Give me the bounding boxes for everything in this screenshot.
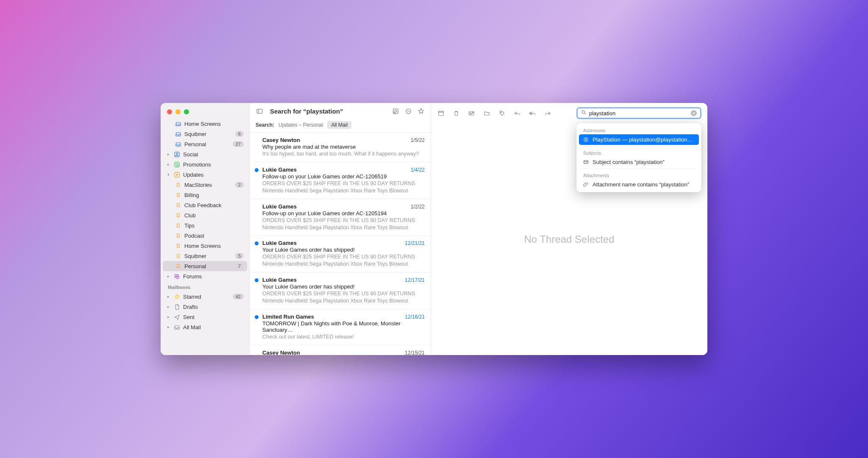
message-row[interactable]: Limited Run Games12/16/21TOMORROW | Dark… [250, 309, 431, 345]
sidebar-item-drafts[interactable]: ▸Drafts [163, 302, 247, 312]
sidebar-item-label: Starred [183, 294, 230, 300]
search-input[interactable] [589, 110, 688, 117]
sidebar-item-label: Home Screens [184, 121, 244, 127]
chevron-right-icon[interactable]: ▸ [166, 274, 170, 278]
paperclip-icon [583, 182, 589, 187]
sidebar-item-label: Tips [184, 222, 244, 229]
svg-line-13 [470, 111, 473, 115]
sidebar-item-all-mail[interactable]: ▸All Mail [163, 322, 247, 332]
chevron-right-icon[interactable]: ▸ [166, 305, 170, 309]
tag-icon[interactable] [498, 109, 506, 117]
minimize-window-button[interactable] [175, 109, 181, 114]
sidebar-item-home-screens[interactable]: Home Screens [163, 241, 247, 251]
message-preview: ORDERS OVER $25 SHIP FREE IN THE US 90 D… [262, 217, 425, 231]
zoom-window-button[interactable] [184, 109, 189, 114]
sidebar-item-squibner[interactable]: Squibner6 [163, 129, 247, 139]
sidebar-item-forums[interactable]: ▸Forums [163, 271, 247, 281]
message-row[interactable]: Casey Newton1/5/22Why people are mad at … [250, 133, 431, 162]
sidebar-section-mailboxes: Mailboxes [163, 281, 247, 291]
badge: 42 [233, 294, 244, 300]
chevron-right-icon[interactable]: ▸ [166, 315, 170, 319]
message-date: 1/2/22 [411, 204, 425, 210]
message-subject: Why people are mad at the metaverse [262, 144, 425, 150]
message-sender: Lukie Games [262, 167, 297, 173]
sidebar-list[interactable]: Home ScreensSquibner6Personal27▸Social▸P… [161, 119, 249, 355]
message-date: 12/17/21 [405, 277, 425, 283]
sidebar-item-club-feedback[interactable]: Club Feedback [163, 200, 247, 210]
message-subject: Your Lukie Games order has shipped! [262, 283, 425, 290]
message-list-pane: Search for “playstation” Search: Updates… [250, 103, 431, 355]
chevron-right-icon[interactable]: ▸ [166, 294, 170, 299]
archive-icon[interactable] [437, 109, 445, 117]
sidebar-item-macstories[interactable]: MacStories2 [163, 180, 247, 190]
mute-icon[interactable] [404, 107, 412, 115]
move-icon[interactable] [483, 109, 490, 117]
sidebar-item-home-screens[interactable]: Home Screens [163, 119, 247, 129]
sidebar-item-squibner[interactable]: Squibner5 [163, 251, 247, 261]
sidebar-item-updates[interactable]: ▾Updates [163, 169, 247, 180]
message-list[interactable]: Casey Newton1/5/22Why people are mad at … [250, 133, 431, 355]
chevron-right-icon[interactable]: ▸ [166, 152, 170, 156]
reply-all-icon[interactable] [529, 109, 536, 117]
message-subject: Your Lukie Games order has shipped! [262, 247, 425, 253]
forward-icon[interactable] [544, 109, 551, 117]
message-row[interactable]: Lukie Games1/2/22Follow-up on your Lukie… [250, 199, 431, 236]
star-icon[interactable] [417, 107, 425, 115]
popup-item-address[interactable]: PlayStation — playstation@playstationema… [579, 134, 699, 145]
message-row[interactable]: Casey Newton12/15/21The year in platform… [250, 345, 431, 355]
close-window-button[interactable] [167, 109, 172, 114]
search-scope-label: Search: [256, 122, 274, 128]
detail-toolbar-group-left [437, 109, 506, 117]
sidebar-item-tips[interactable]: Tips [163, 220, 247, 230]
sidebar-item-label: Forums [183, 273, 244, 280]
unread-dot-icon [255, 241, 259, 245]
message-row[interactable]: Lukie Games1/4/22Follow-up on your Lukie… [250, 162, 431, 199]
chevron-down-icon[interactable]: ▾ [166, 172, 170, 177]
message-preview: Check out our latest, LIMITED release! [262, 333, 425, 341]
popup-item-attachment[interactable]: Attachment name contains “playstation” [579, 179, 699, 190]
envelope-icon [583, 159, 589, 165]
popup-item-subject[interactable]: Subject contains “playstation” [579, 157, 699, 167]
sidebar-item-label: Sent [183, 314, 244, 320]
message-date: 12/16/21 [405, 314, 425, 320]
search-field[interactable]: ✕ [576, 107, 701, 119]
message-row[interactable]: Lukie Games12/21/21Your Lukie Games orde… [250, 236, 431, 272]
search-scope-option-all-mail[interactable]: All Mail [327, 121, 351, 129]
sidebar-item-label: Home Screens [184, 243, 244, 249]
message-row[interactable]: Lukie Games12/17/21Your Lukie Games orde… [250, 272, 431, 309]
compose-icon[interactable] [392, 107, 399, 115]
message-sender: Casey Newton [262, 350, 300, 355]
sidebar-item-label: Squibner [184, 253, 232, 259]
svg-rect-2 [174, 162, 179, 167]
message-preview: ORDERS OVER $25 SHIP FREE IN THE US 90 D… [262, 253, 425, 268]
sidebar-item-starred[interactable]: ▸Starred42 [163, 291, 247, 302]
sidebar-item-personal[interactable]: Personal27 [163, 139, 247, 149]
sidebar-item-label: Podcast [184, 233, 244, 239]
message-subject: TOMORROW | Dark Nights with Poe & Munroe… [262, 320, 425, 333]
page-title: Search for “playstation” [270, 108, 387, 115]
message-list-toolbar: Search for “playstation” [250, 103, 431, 119]
detail-toolbar: ✕ Addresses PlayStation — playstation@pl… [431, 103, 707, 123]
toggle-sidebar-icon[interactable] [256, 107, 263, 115]
search-scope-option-updates[interactable]: Updates – Personal [278, 122, 323, 128]
search-scope-bar: Search: Updates – Personal All Mail [250, 119, 431, 133]
reply-icon[interactable] [513, 109, 521, 117]
sidebar-item-label: All Mail [183, 324, 244, 330]
sidebar-item-promotions[interactable]: ▸Promotions [163, 159, 247, 169]
junk-icon[interactable] [467, 109, 475, 117]
sidebar-item-billing[interactable]: Billing [163, 190, 247, 200]
svg-rect-5 [257, 109, 262, 113]
sidebar-item-club[interactable]: Club [163, 210, 247, 220]
sidebar-item-podcast[interactable]: Podcast [163, 230, 247, 241]
message-sender: Lukie Games [262, 240, 297, 246]
sidebar-item-personal[interactable]: Personal7 [163, 261, 247, 271]
chevron-right-icon[interactable]: ▸ [166, 325, 170, 329]
trash-icon[interactable] [452, 109, 460, 117]
clear-search-icon[interactable]: ✕ [691, 110, 697, 116]
detail-toolbar-group-reply [513, 109, 551, 117]
sidebar-item-sent[interactable]: ▸Sent [163, 312, 247, 322]
chevron-right-icon[interactable]: ▸ [166, 162, 170, 167]
sidebar-item-label: Club [184, 212, 244, 219]
sidebar-item-social[interactable]: ▸Social [163, 149, 247, 159]
sidebar-item-label: Billing [184, 192, 244, 198]
